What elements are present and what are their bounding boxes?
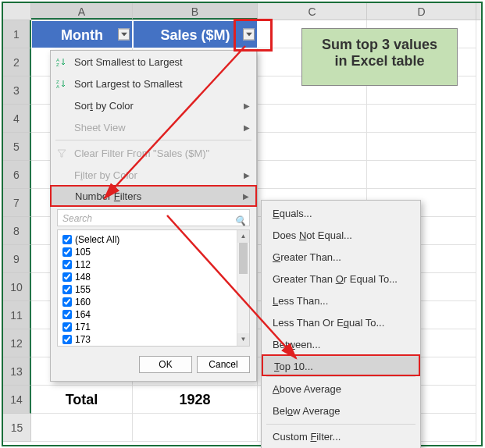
filter-dropdown-menu: AZ Sort Smallest to Largest ZA Sort Larg… [50,50,257,382]
scroll-thumb[interactable] [239,243,248,274]
filter-greater-eq[interactable]: Greater Than Or Equal To... [262,268,420,290]
row-header-11[interactable]: 11 [3,301,31,329]
check-item[interactable]: 164 [61,308,246,321]
number-filters[interactable]: Number Filters▶ [50,185,257,207]
filter-by-color: Filter by Color▶ [51,164,256,186]
col-header-C[interactable]: C [258,3,367,20]
check-item[interactable]: 171 [61,321,246,333]
row-header-8[interactable]: 8 [3,217,31,245]
filter-less-eq[interactable]: Less Than Or Equal To... [262,312,420,334]
col-header-A[interactable]: A [31,3,133,20]
filter-button-sales[interactable] [243,29,255,41]
check-item[interactable]: 173 [61,333,246,346]
check-item[interactable]: 155 [61,283,246,296]
search-input[interactable]: Search 🔍 [57,209,250,226]
filter-less[interactable]: Less Than... [262,290,420,312]
filter-not-equal[interactable]: Does Not Equal... [262,225,420,247]
row-header-5[interactable]: 5 [3,133,31,161]
chevron-right-icon: ▶ [244,123,250,132]
total-label[interactable]: Total [31,386,133,414]
row-header-4[interactable]: 4 [3,105,31,133]
filter-custom[interactable]: Custom Filter... [262,426,420,448]
clear-filter-icon [55,147,68,159]
sheet-view: Sheet View▶ [51,116,256,138]
svg-text:A: A [56,84,59,89]
svg-text:Z: Z [56,62,59,67]
select-all-corner[interactable] [3,3,31,20]
row-header-2[interactable]: 2 [3,48,31,76]
row-header-12[interactable]: 12 [3,329,31,357]
chevron-right-icon: ▶ [244,101,250,110]
row-header-15[interactable]: 15 [3,414,31,442]
check-item[interactable]: 112 [61,258,246,271]
sort-descending[interactable]: ZA Sort Largest to Smallest [51,73,256,94]
row-header-1[interactable]: 1 [3,20,31,48]
clear-filter: Clear Filter From "Sales ($M)" [51,142,256,164]
row-header-13[interactable]: 13 [3,357,31,386]
col-header-B[interactable]: B [133,3,258,20]
total-value[interactable]: 1928 [133,386,258,414]
search-icon: 🔍 [234,212,246,229]
filter-greater[interactable]: Greater Than... [262,247,420,268]
row-header-3[interactable]: 3 [3,76,31,105]
callout-box: Sum top 3 values in Excel table [301,28,458,86]
number-filters-submenu: Equals... Does Not Equal... Greater Than… [261,200,421,448]
scroll-up-icon[interactable]: ▲ [237,230,249,243]
cancel-button[interactable]: Cancel [197,356,250,373]
filter-button-month[interactable] [118,29,130,41]
table-header-sales[interactable]: Sales ($M) [133,20,258,48]
filter-between[interactable]: Between... [262,334,420,356]
sort-by-color[interactable]: Sort by Color▶ [51,94,256,116]
filter-top10[interactable]: Top 10... [262,354,420,376]
filter-checklist[interactable]: (Select All) 105 112 148 155 160 164 171… [57,229,250,347]
column-headers: A B C D [3,3,481,20]
ok-button[interactable]: OK [139,356,192,373]
sort-ascending[interactable]: AZ Sort Smallest to Largest [51,51,256,73]
chevron-right-icon: ▶ [243,192,249,201]
check-item[interactable]: 160 [61,296,246,308]
row-header-9[interactable]: 9 [3,245,31,273]
filter-equals[interactable]: Equals... [262,203,420,225]
check-item[interactable]: 148 [61,271,246,283]
col-header-D[interactable]: D [367,3,476,20]
chevron-right-icon: ▶ [244,171,250,180]
row-header-6[interactable]: 6 [3,161,31,189]
sort-desc-icon: ZA [55,77,68,90]
row-header-10[interactable]: 10 [3,273,31,301]
row-header-14[interactable]: 14 [3,386,31,414]
filter-above-avg[interactable]: Above Average [262,379,420,400]
table-header-month[interactable]: Month [31,20,133,48]
check-item[interactable]: 105 [61,246,246,258]
filter-below-avg[interactable]: Below Average [262,400,420,422]
sort-asc-icon: AZ [55,55,68,68]
check-select-all[interactable]: (Select All) [61,233,246,246]
row-header-7[interactable]: 7 [3,189,31,217]
scroll-down-icon[interactable]: ▼ [237,333,249,346]
scrollbar[interactable]: ▲ ▼ [237,230,249,346]
